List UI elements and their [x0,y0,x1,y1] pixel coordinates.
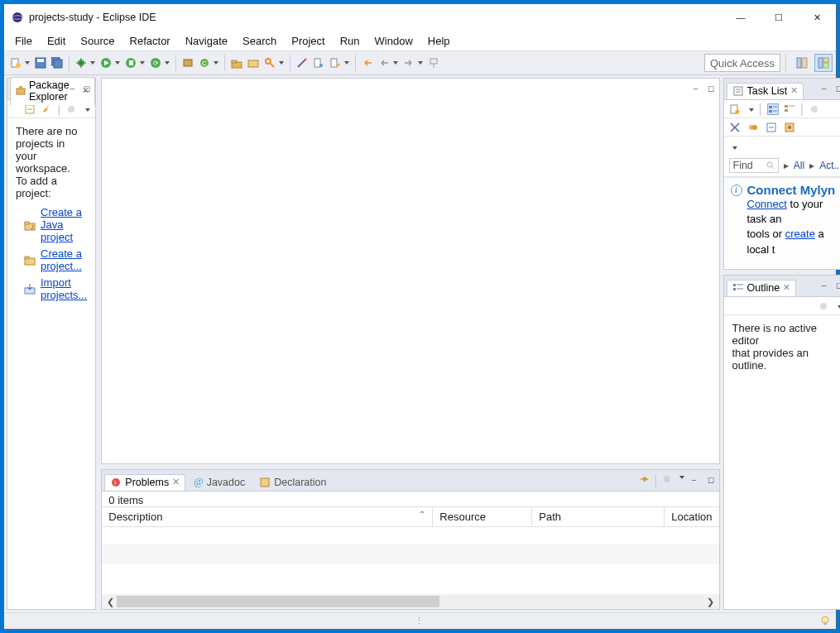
menu-help[interactable]: Help [420,33,458,49]
scroll-thumb[interactable] [117,596,439,607]
run-button[interactable] [98,55,113,70]
view-menu-icon[interactable] [732,146,737,150]
menu-source[interactable]: Source [73,33,122,49]
menu-navigate[interactable]: Navigate [178,33,235,49]
svg-rect-37 [823,63,828,68]
debug-button[interactable] [74,55,89,70]
col-resource[interactable]: Resource [433,507,532,526]
menu-run[interactable]: Run [333,33,367,49]
problems-table-header: Description Resource Path Location [102,506,718,527]
mylyn-create-link[interactable]: create [785,228,815,240]
run-last-button[interactable]: ⟳ [148,55,163,70]
maximize-editor-button[interactable]: ◻ [704,82,718,94]
new-button[interactable] [8,55,23,70]
search-button[interactable] [262,55,277,70]
minimize-view-button[interactable]: – [688,473,701,485]
maximize-view-button[interactable]: ◻ [833,82,840,94]
synchronize-icon[interactable] [747,122,759,133]
quick-access-field[interactable]: Quick Access [704,54,780,72]
task-list-view: Task List ✕ – ◻ | | [723,78,841,270]
scheduled-icon[interactable] [784,103,795,115]
focus-workweek-icon[interactable] [809,103,820,115]
save-button[interactable] [33,55,48,70]
minimize-view-button[interactable]: – [818,82,831,94]
declaration-tab[interactable]: Declaration [253,474,332,491]
dropdown-icon[interactable] [749,108,754,112]
menu-window[interactable]: Window [367,33,420,49]
close-icon[interactable]: ✕ [172,477,180,487]
prev-annotation-button[interactable] [328,55,343,70]
mylyn-connect-link[interactable]: Connect [747,198,787,210]
svg-rect-34 [802,58,807,68]
search-icon [766,161,775,170]
scroll-right-icon[interactable]: ❯ [704,597,718,607]
view-menu-icon[interactable] [679,476,684,488]
scroll-left-icon[interactable]: ❮ [103,597,117,607]
window-close-button[interactable]: ✕ [798,4,836,31]
tab-label: Problems [125,477,169,488]
minimize-view-button[interactable]: – [818,279,831,290]
new-task-icon[interactable] [729,103,741,115]
filter-all-link[interactable]: All [794,160,804,171]
menu-refactor[interactable]: Refactor [122,33,178,49]
coverage-button[interactable] [123,55,138,70]
create-project-link[interactable]: Create a project... [41,247,87,272]
show-ui-legend-icon[interactable] [784,122,795,133]
categorized-icon[interactable] [767,103,779,115]
java-perspective-button[interactable] [814,54,833,72]
window-minimize-button[interactable]: — [722,4,760,31]
focus-outline-icon[interactable] [818,300,829,312]
svg-point-81 [820,303,827,309]
create-java-project-link[interactable]: Create a Java project [41,206,87,243]
new-class-button[interactable]: C [197,55,212,70]
filter-activate-link[interactable]: Act... [819,160,840,171]
link-editor-icon[interactable] [41,103,52,115]
col-location[interactable]: Location [665,507,718,526]
forward-history-button[interactable] [401,55,416,70]
maximize-view-button[interactable]: ◻ [833,279,840,290]
next-annotation-button[interactable] [311,55,326,70]
problems-tab[interactable]: ! Problems ✕ [104,474,185,491]
open-type-button[interactable] [229,55,244,70]
svg-rect-33 [797,58,801,68]
collapse-icon[interactable] [766,122,777,133]
open-task-button[interactable] [246,55,261,70]
close-icon[interactable]: ✕ [783,282,790,293]
javadoc-tab[interactable]: @ Javadoc [188,473,251,491]
find-field[interactable]: Find [729,158,779,173]
close-icon[interactable]: ✕ [790,85,798,96]
tip-icon[interactable] [819,615,831,626]
toolbar-separator: | [654,473,657,488]
menu-file[interactable]: File [7,33,40,49]
view-menu-icon[interactable] [838,305,840,309]
col-path[interactable]: Path [532,507,665,526]
collapse-all-icon[interactable] [24,103,36,115]
statusbar: ⋮ [4,612,836,629]
window-maximize-button[interactable]: ☐ [760,4,798,31]
maximize-view-button[interactable]: ◻ [80,82,94,94]
menu-edit[interactable]: Edit [40,33,73,49]
save-all-button[interactable] [50,55,65,70]
task-list-tab[interactable]: Task List ✕ [727,83,804,99]
new-package-button[interactable] [180,55,195,70]
open-perspective-button[interactable] [793,54,811,72]
svg-point-58 [735,109,739,113]
last-edit-button[interactable] [360,55,375,70]
toggle-mark-button[interactable] [295,55,310,70]
menu-project[interactable]: Project [284,33,332,49]
view-menu-icon[interactable] [85,108,90,112]
hide-icon[interactable] [729,122,741,133]
maximize-view-button[interactable]: ◻ [704,473,718,485]
minimize-view-button[interactable]: – [65,82,79,94]
menu-search[interactable]: Search [235,33,284,49]
focus-task-icon[interactable] [65,103,77,115]
back-history-button[interactable] [377,55,391,70]
pin-editor-button[interactable] [426,55,441,70]
col-description[interactable]: Description [102,507,433,526]
import-projects-link[interactable]: Import projects... [41,276,87,301]
horizontal-scrollbar[interactable]: ❮ ❯ [102,594,718,609]
outline-tab[interactable]: Outline ✕ [727,280,797,296]
minimize-editor-button[interactable]: – [689,82,703,94]
focus-icon[interactable] [639,473,650,485]
filter-icon[interactable] [661,473,673,485]
